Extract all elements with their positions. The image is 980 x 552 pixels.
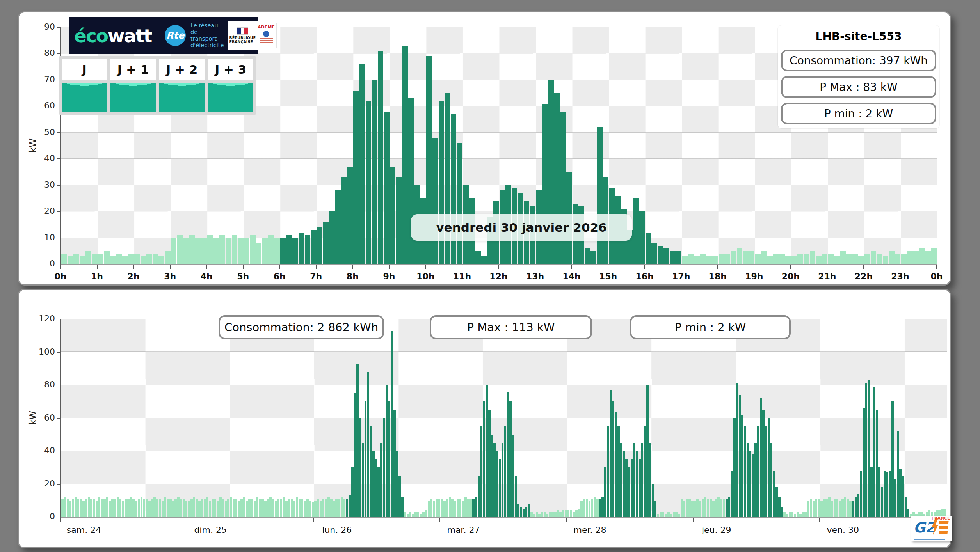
x-axis-tick xyxy=(498,265,499,269)
bar xyxy=(111,499,114,517)
bar xyxy=(749,251,755,264)
bar xyxy=(483,401,485,517)
x-axis-tick-label: 4h xyxy=(189,272,224,281)
bar xyxy=(760,398,762,517)
bar xyxy=(925,251,931,264)
bar xyxy=(541,512,543,517)
bar xyxy=(422,512,425,517)
bar xyxy=(578,509,580,517)
bar xyxy=(196,499,198,517)
bar xyxy=(162,501,164,517)
bar xyxy=(156,499,158,517)
bar xyxy=(219,235,225,264)
bar xyxy=(367,372,369,517)
day-chart-panel: vendredi 30 janvier 2026 écowatt Rte Le … xyxy=(18,11,951,286)
bar xyxy=(847,499,849,517)
bar xyxy=(454,501,456,517)
bar xyxy=(633,198,639,264)
bar xyxy=(462,501,464,517)
bar xyxy=(80,499,82,517)
bar xyxy=(189,235,195,264)
bar xyxy=(644,426,646,517)
bar xyxy=(351,467,354,517)
x-axis-tick xyxy=(566,518,567,522)
g2e-tagline xyxy=(914,539,945,540)
bar xyxy=(913,251,919,264)
bar xyxy=(736,383,738,517)
bar xyxy=(641,443,644,517)
y-axis-tick-label: 40 xyxy=(28,153,55,163)
bar xyxy=(586,499,588,517)
x-axis-tick-label: ven. 30 xyxy=(812,525,874,535)
bar xyxy=(432,138,438,264)
bar xyxy=(103,499,106,517)
bar xyxy=(457,143,462,264)
bar xyxy=(783,512,786,517)
bar xyxy=(73,254,79,264)
bar xyxy=(744,426,746,517)
ademe-logo: ADEME xyxy=(256,23,277,48)
bar xyxy=(292,238,298,264)
bar xyxy=(719,254,724,264)
bar xyxy=(860,471,862,517)
bar xyxy=(323,222,329,264)
tile-j[interactable]: J xyxy=(62,59,107,112)
bar xyxy=(475,251,481,264)
bar xyxy=(207,235,213,264)
bar xyxy=(739,395,741,517)
tile-j2[interactable]: J + 2 xyxy=(159,59,205,112)
bar xyxy=(779,254,785,264)
bar xyxy=(238,238,244,264)
tile-j3[interactable]: J + 3 xyxy=(208,59,253,112)
bar xyxy=(85,499,87,517)
bar xyxy=(737,248,743,264)
bar xyxy=(858,256,864,264)
week-pmax-badge: P Max : 113 kW xyxy=(430,315,592,339)
bar xyxy=(414,512,417,517)
bar xyxy=(195,238,201,264)
x-axis-tick-label: 22h xyxy=(846,272,881,281)
bar xyxy=(658,246,663,264)
bar xyxy=(651,243,657,264)
bar xyxy=(151,499,153,517)
bar xyxy=(694,501,696,517)
x-axis-tick xyxy=(571,265,572,269)
bar xyxy=(329,211,335,264)
bar xyxy=(583,499,585,517)
x-axis-tick-label: 20h xyxy=(773,272,808,281)
bar xyxy=(396,451,398,517)
bar xyxy=(589,501,591,517)
x-axis-tick-label: mer. 28 xyxy=(559,525,621,535)
bar xyxy=(773,254,779,264)
x-axis-tick-label: 12h xyxy=(481,272,516,281)
x-axis-tick xyxy=(60,265,61,269)
bar xyxy=(781,507,783,517)
bar xyxy=(251,499,253,517)
bar xyxy=(706,256,712,264)
bar xyxy=(206,497,208,517)
bar xyxy=(377,467,380,517)
bar xyxy=(682,256,688,264)
y-axis-tick-label: 20 xyxy=(28,206,55,216)
bar xyxy=(464,497,467,517)
bar xyxy=(546,514,549,517)
bar xyxy=(676,251,682,264)
bar xyxy=(554,512,557,517)
bar xyxy=(146,499,148,517)
bar xyxy=(375,459,377,517)
bar xyxy=(359,418,361,517)
y-axis-unit-label: kW xyxy=(28,410,38,424)
bar xyxy=(538,514,541,517)
bar xyxy=(607,426,609,517)
bar xyxy=(441,499,443,517)
y-axis-tick xyxy=(57,484,60,485)
bar xyxy=(528,504,530,517)
tile-j1[interactable]: J + 1 xyxy=(110,59,156,112)
x-axis-tick-label: mar. 27 xyxy=(432,525,494,535)
app-window: vendredi 30 janvier 2026 écowatt Rte Le … xyxy=(0,0,980,552)
x-axis-tick xyxy=(206,265,207,269)
bar xyxy=(122,501,124,517)
bar xyxy=(212,499,214,517)
bar xyxy=(825,499,828,517)
consumption-badge: Consommation: 397 kWh xyxy=(781,50,936,71)
